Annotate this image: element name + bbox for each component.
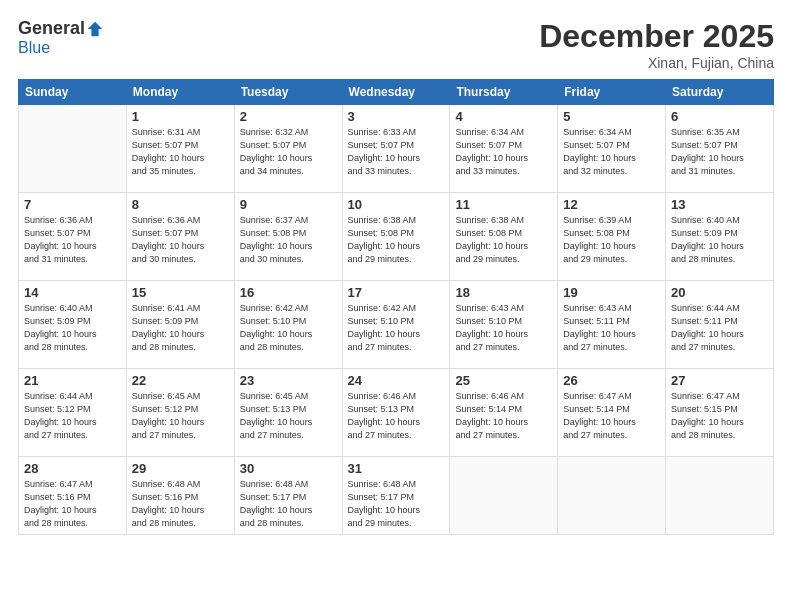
day-number: 27 — [671, 373, 768, 388]
day-number: 3 — [348, 109, 445, 124]
calendar-table: SundayMondayTuesdayWednesdayThursdayFrid… — [18, 79, 774, 535]
title-section: December 2025 Xinan, Fujian, China — [539, 18, 774, 71]
calendar-cell: 24Sunrise: 6:46 AM Sunset: 5:13 PM Dayli… — [342, 369, 450, 457]
day-number: 10 — [348, 197, 445, 212]
weekday-header-friday: Friday — [558, 80, 666, 105]
day-info: Sunrise: 6:47 AM Sunset: 5:16 PM Dayligh… — [24, 478, 121, 530]
day-number: 12 — [563, 197, 660, 212]
day-info: Sunrise: 6:45 AM Sunset: 5:12 PM Dayligh… — [132, 390, 229, 442]
day-info: Sunrise: 6:47 AM Sunset: 5:14 PM Dayligh… — [563, 390, 660, 442]
day-number: 31 — [348, 461, 445, 476]
calendar-week-3: 14Sunrise: 6:40 AM Sunset: 5:09 PM Dayli… — [19, 281, 774, 369]
calendar-week-4: 21Sunrise: 6:44 AM Sunset: 5:12 PM Dayli… — [19, 369, 774, 457]
day-info: Sunrise: 6:34 AM Sunset: 5:07 PM Dayligh… — [563, 126, 660, 178]
calendar-cell: 21Sunrise: 6:44 AM Sunset: 5:12 PM Dayli… — [19, 369, 127, 457]
header: General Blue December 2025 Xinan, Fujian… — [18, 18, 774, 71]
calendar-cell: 13Sunrise: 6:40 AM Sunset: 5:09 PM Dayli… — [666, 193, 774, 281]
calendar-cell: 18Sunrise: 6:43 AM Sunset: 5:10 PM Dayli… — [450, 281, 558, 369]
weekday-header-tuesday: Tuesday — [234, 80, 342, 105]
calendar-cell: 7Sunrise: 6:36 AM Sunset: 5:07 PM Daylig… — [19, 193, 127, 281]
weekday-header-row: SundayMondayTuesdayWednesdayThursdayFrid… — [19, 80, 774, 105]
day-number: 25 — [455, 373, 552, 388]
day-number: 30 — [240, 461, 337, 476]
calendar-cell: 1Sunrise: 6:31 AM Sunset: 5:07 PM Daylig… — [126, 105, 234, 193]
calendar-cell: 3Sunrise: 6:33 AM Sunset: 5:07 PM Daylig… — [342, 105, 450, 193]
day-number: 20 — [671, 285, 768, 300]
calendar-cell: 20Sunrise: 6:44 AM Sunset: 5:11 PM Dayli… — [666, 281, 774, 369]
day-number: 21 — [24, 373, 121, 388]
calendar-cell: 10Sunrise: 6:38 AM Sunset: 5:08 PM Dayli… — [342, 193, 450, 281]
day-info: Sunrise: 6:46 AM Sunset: 5:13 PM Dayligh… — [348, 390, 445, 442]
day-info: Sunrise: 6:38 AM Sunset: 5:08 PM Dayligh… — [348, 214, 445, 266]
calendar-cell: 14Sunrise: 6:40 AM Sunset: 5:09 PM Dayli… — [19, 281, 127, 369]
calendar-cell: 30Sunrise: 6:48 AM Sunset: 5:17 PM Dayli… — [234, 457, 342, 535]
day-info: Sunrise: 6:43 AM Sunset: 5:11 PM Dayligh… — [563, 302, 660, 354]
day-number: 6 — [671, 109, 768, 124]
logo-general-text: General — [18, 18, 85, 39]
svg-marker-0 — [88, 21, 102, 35]
calendar-cell — [450, 457, 558, 535]
calendar-cell: 29Sunrise: 6:48 AM Sunset: 5:16 PM Dayli… — [126, 457, 234, 535]
day-number: 14 — [24, 285, 121, 300]
page: General Blue December 2025 Xinan, Fujian… — [0, 0, 792, 612]
calendar-cell — [558, 457, 666, 535]
day-info: Sunrise: 6:44 AM Sunset: 5:12 PM Dayligh… — [24, 390, 121, 442]
calendar-cell: 6Sunrise: 6:35 AM Sunset: 5:07 PM Daylig… — [666, 105, 774, 193]
day-number: 5 — [563, 109, 660, 124]
calendar-cell: 28Sunrise: 6:47 AM Sunset: 5:16 PM Dayli… — [19, 457, 127, 535]
day-info: Sunrise: 6:48 AM Sunset: 5:17 PM Dayligh… — [348, 478, 445, 530]
weekday-header-monday: Monday — [126, 80, 234, 105]
day-number: 1 — [132, 109, 229, 124]
day-number: 29 — [132, 461, 229, 476]
calendar-cell — [19, 105, 127, 193]
weekday-header-wednesday: Wednesday — [342, 80, 450, 105]
day-info: Sunrise: 6:43 AM Sunset: 5:10 PM Dayligh… — [455, 302, 552, 354]
day-number: 28 — [24, 461, 121, 476]
logo: General Blue — [18, 18, 104, 57]
day-info: Sunrise: 6:45 AM Sunset: 5:13 PM Dayligh… — [240, 390, 337, 442]
day-info: Sunrise: 6:44 AM Sunset: 5:11 PM Dayligh… — [671, 302, 768, 354]
day-info: Sunrise: 6:39 AM Sunset: 5:08 PM Dayligh… — [563, 214, 660, 266]
day-number: 18 — [455, 285, 552, 300]
calendar-cell: 16Sunrise: 6:42 AM Sunset: 5:10 PM Dayli… — [234, 281, 342, 369]
day-info: Sunrise: 6:47 AM Sunset: 5:15 PM Dayligh… — [671, 390, 768, 442]
logo-icon — [86, 20, 104, 38]
calendar-cell: 19Sunrise: 6:43 AM Sunset: 5:11 PM Dayli… — [558, 281, 666, 369]
day-info: Sunrise: 6:40 AM Sunset: 5:09 PM Dayligh… — [24, 302, 121, 354]
day-info: Sunrise: 6:46 AM Sunset: 5:14 PM Dayligh… — [455, 390, 552, 442]
day-info: Sunrise: 6:40 AM Sunset: 5:09 PM Dayligh… — [671, 214, 768, 266]
calendar-week-1: 1Sunrise: 6:31 AM Sunset: 5:07 PM Daylig… — [19, 105, 774, 193]
calendar-cell: 17Sunrise: 6:42 AM Sunset: 5:10 PM Dayli… — [342, 281, 450, 369]
calendar-cell: 26Sunrise: 6:47 AM Sunset: 5:14 PM Dayli… — [558, 369, 666, 457]
day-info: Sunrise: 6:42 AM Sunset: 5:10 PM Dayligh… — [348, 302, 445, 354]
calendar-cell: 25Sunrise: 6:46 AM Sunset: 5:14 PM Dayli… — [450, 369, 558, 457]
calendar-week-5: 28Sunrise: 6:47 AM Sunset: 5:16 PM Dayli… — [19, 457, 774, 535]
day-info: Sunrise: 6:35 AM Sunset: 5:07 PM Dayligh… — [671, 126, 768, 178]
month-title: December 2025 — [539, 18, 774, 55]
day-number: 8 — [132, 197, 229, 212]
day-info: Sunrise: 6:33 AM Sunset: 5:07 PM Dayligh… — [348, 126, 445, 178]
day-number: 23 — [240, 373, 337, 388]
weekday-header-thursday: Thursday — [450, 80, 558, 105]
location: Xinan, Fujian, China — [539, 55, 774, 71]
day-number: 2 — [240, 109, 337, 124]
day-info: Sunrise: 6:34 AM Sunset: 5:07 PM Dayligh… — [455, 126, 552, 178]
day-info: Sunrise: 6:36 AM Sunset: 5:07 PM Dayligh… — [132, 214, 229, 266]
weekday-header-saturday: Saturday — [666, 80, 774, 105]
day-info: Sunrise: 6:42 AM Sunset: 5:10 PM Dayligh… — [240, 302, 337, 354]
logo-blue-text: Blue — [18, 39, 50, 56]
day-info: Sunrise: 6:32 AM Sunset: 5:07 PM Dayligh… — [240, 126, 337, 178]
day-number: 19 — [563, 285, 660, 300]
calendar-cell: 11Sunrise: 6:38 AM Sunset: 5:08 PM Dayli… — [450, 193, 558, 281]
calendar-cell: 9Sunrise: 6:37 AM Sunset: 5:08 PM Daylig… — [234, 193, 342, 281]
day-info: Sunrise: 6:48 AM Sunset: 5:16 PM Dayligh… — [132, 478, 229, 530]
day-number: 11 — [455, 197, 552, 212]
calendar-cell: 5Sunrise: 6:34 AM Sunset: 5:07 PM Daylig… — [558, 105, 666, 193]
day-number: 17 — [348, 285, 445, 300]
day-number: 26 — [563, 373, 660, 388]
calendar-cell — [666, 457, 774, 535]
calendar-cell: 8Sunrise: 6:36 AM Sunset: 5:07 PM Daylig… — [126, 193, 234, 281]
calendar-cell: 31Sunrise: 6:48 AM Sunset: 5:17 PM Dayli… — [342, 457, 450, 535]
day-number: 16 — [240, 285, 337, 300]
day-number: 22 — [132, 373, 229, 388]
